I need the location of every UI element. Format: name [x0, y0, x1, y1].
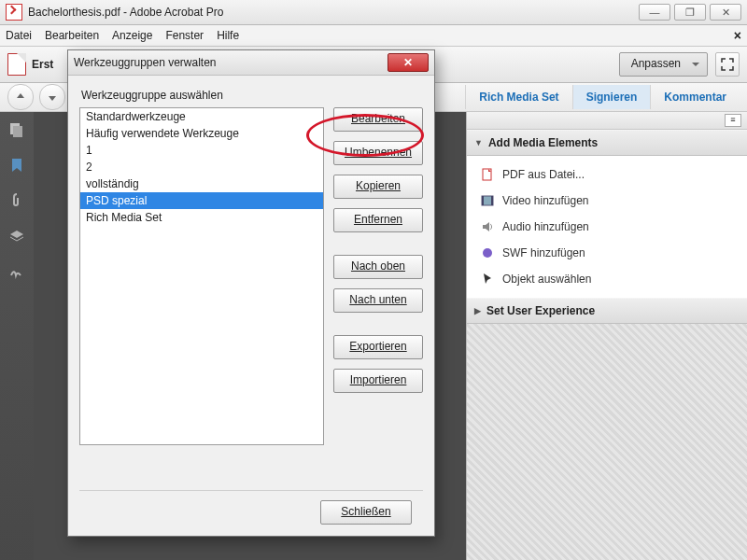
dialog-close-button[interactable]: ✕ — [388, 53, 429, 72]
bookmark-icon[interactable] — [8, 157, 25, 174]
list-item[interactable]: Rich Media Set — [80, 209, 323, 226]
media-item-video[interactable]: Video hinzufügen — [471, 188, 743, 214]
remove-button[interactable]: Entfernen — [333, 208, 423, 232]
layers-icon[interactable] — [8, 228, 25, 245]
media-item-label: SWF hinzufügen — [502, 246, 585, 259]
signatures-icon[interactable] — [8, 263, 25, 280]
create-label: Erst — [32, 58, 53, 71]
fullscreen-button[interactable] — [715, 52, 740, 77]
section-add-media[interactable]: ▼ Add Media Elements — [467, 130, 747, 156]
list-item[interactable]: vollständig — [80, 175, 323, 192]
media-item-label: Audio hinzufügen — [502, 220, 589, 233]
media-item-label: Video hinzufügen — [502, 194, 589, 207]
list-item[interactable]: Häufig verwendete Werkzeuge — [80, 125, 323, 142]
move-down-button[interactable]: Nach unten — [333, 288, 423, 313]
toolgroup-listbox[interactable]: Standardwerkzeuge Häufig verwendete Werk… — [79, 107, 324, 445]
doc-close-button[interactable]: × — [734, 28, 741, 43]
export-button[interactable]: Exportieren — [333, 335, 423, 359]
arrow-up-icon — [15, 91, 26, 103]
create-doc-icon — [7, 53, 26, 76]
media-item-audio[interactable]: Audio hinzufügen — [471, 214, 743, 240]
window-maximize-button[interactable]: ❐ — [674, 4, 706, 21]
fullscreen-icon — [721, 58, 734, 71]
window-title: Bachelorthesis.pdf - Adobe Acrobat Pro — [28, 6, 639, 19]
dialog-titlebar: Werkzeuggruppen verwalten ✕ — [68, 50, 434, 76]
pdf-icon — [480, 167, 495, 182]
list-item[interactable]: 2 — [80, 159, 323, 175]
list-item[interactable]: 1 — [80, 142, 323, 159]
attachment-icon[interactable] — [8, 192, 25, 209]
cursor-icon — [480, 272, 495, 287]
svg-point-6 — [483, 248, 492, 258]
window-close-button[interactable]: ✕ — [710, 4, 741, 21]
disclosure-right-icon: ▶ — [474, 306, 481, 315]
disclosure-down-icon: ▼ — [474, 138, 483, 147]
media-item-pdf[interactable]: PDF aus Datei... — [471, 161, 743, 188]
app-icon — [6, 4, 22, 21]
media-item-label: PDF aus Datei... — [502, 168, 585, 181]
menu-item-bearbeiten[interactable]: Bearbeiten — [45, 29, 99, 42]
left-sidebar — [0, 112, 34, 560]
nav-down-button[interactable] — [39, 84, 65, 110]
window-minimize-button[interactable]: — — [639, 4, 670, 21]
media-item-select[interactable]: Objekt auswählen — [471, 266, 743, 292]
tab-kommentar[interactable]: Kommentar — [650, 85, 740, 109]
move-up-button[interactable]: Nach oben — [333, 255, 423, 279]
video-icon — [480, 193, 495, 208]
menu-item-datei[interactable]: Datei — [6, 29, 32, 42]
menu-item-anzeige[interactable]: Anzeige — [112, 29, 152, 42]
panel-menu-button[interactable]: ≡ — [725, 114, 741, 127]
tools-panel: ≡ ▼ Add Media Elements PDF aus Datei... … — [466, 112, 747, 560]
section-add-media-label: Add Media Elements — [488, 136, 598, 149]
tab-signieren[interactable]: Signieren — [572, 85, 651, 109]
svg-rect-4 — [482, 196, 484, 205]
arrow-down-icon — [47, 91, 58, 103]
audio-icon — [480, 219, 495, 234]
close-button[interactable]: Schließen — [320, 500, 412, 525]
tab-rich-media-set[interactable]: Rich Media Set — [465, 85, 571, 109]
rename-button[interactable]: Umbenennen — [333, 141, 423, 165]
copy-button[interactable]: Kopieren — [333, 175, 423, 199]
section-user-experience-label: Set User Experience — [486, 304, 595, 317]
manage-toolgroups-dialog: Werkzeuggruppen verwalten ✕ Werkzeuggrup… — [67, 49, 435, 537]
section-user-experience[interactable]: ▶ Set User Experience — [467, 298, 747, 324]
svg-rect-1 — [13, 126, 22, 137]
list-item[interactable]: Standardwerkzeuge — [80, 108, 323, 125]
dialog-select-label: Werkzeuggruppe auswählen — [81, 89, 423, 102]
nav-up-button[interactable] — [7, 84, 34, 110]
panel-empty-area — [467, 324, 747, 560]
swf-icon — [480, 245, 495, 260]
edit-button[interactable]: Bearbeiten — [333, 107, 423, 132]
media-item-swf[interactable]: SWF hinzufügen — [471, 240, 743, 266]
media-item-label: Objekt auswählen — [502, 273, 591, 286]
menu-bar: Datei Bearbeiten Anzeige Fenster Hilfe × — [0, 25, 747, 47]
customize-dropdown[interactable]: Anpassen — [619, 52, 708, 77]
dialog-title: Werkzeuggruppen verwalten — [74, 56, 388, 69]
pages-icon[interactable] — [8, 121, 25, 138]
create-button[interactable]: Erst — [7, 53, 53, 76]
menu-item-fenster[interactable]: Fenster — [165, 29, 204, 42]
window-titlebar: Bachelorthesis.pdf - Adobe Acrobat Pro —… — [0, 0, 747, 25]
list-item-selected[interactable]: PSD spezial — [80, 192, 323, 209]
svg-rect-5 — [491, 196, 493, 205]
import-button[interactable]: Importieren — [333, 369, 423, 393]
menu-item-hilfe[interactable]: Hilfe — [217, 29, 239, 42]
